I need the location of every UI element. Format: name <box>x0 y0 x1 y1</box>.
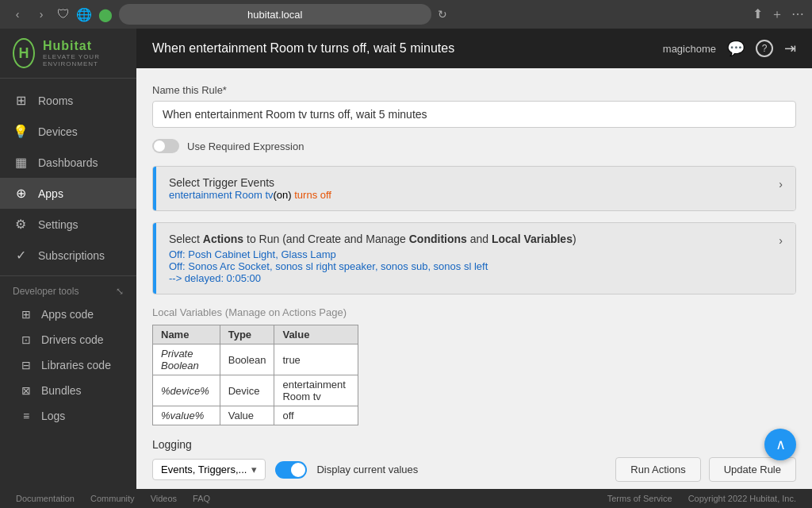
footer-faq-link[interactable]: FAQ <box>193 494 210 503</box>
content-area: Name this Rule* Use Required Expression … <box>136 68 812 489</box>
footer-copyright: Copyright 2022 Hubitat, Inc. <box>688 494 796 503</box>
sidebar-nav: ⊞ Rooms 💡 Devices ▦ Dashboards ⊕ Apps ⚙ … <box>0 79 136 489</box>
username: magichome <box>663 43 716 55</box>
rule-name-label: Name this Rule* <box>152 84 796 96</box>
reload-icon[interactable]: ↻ <box>438 8 447 21</box>
logging-select-value: Events, Triggers,... <box>161 464 247 475</box>
display-current-toggle[interactable] <box>275 461 307 479</box>
footer-community-link[interactable]: Community <box>90 494 135 503</box>
dev-tools-label: Developer tools <box>13 286 79 297</box>
trigger-device-link[interactable]: entertainment Room tv <box>169 189 274 201</box>
table-cell: Boolean <box>220 344 274 375</box>
forward-button[interactable]: › <box>32 5 51 24</box>
actions-panel-chevron-icon[interactable]: › <box>779 233 783 247</box>
local-vars-section: Local Variables (Manage on Actions Page)… <box>152 306 796 425</box>
actions-panel-content: Select Actions to Run (and Create and Ma… <box>169 233 779 284</box>
logout-icon[interactable]: ⇥ <box>784 40 796 57</box>
sidebar-item-apps[interactable]: ⊕ Apps <box>0 178 136 209</box>
logging-row: Events, Triggers,... ▾ Display current v… <box>152 457 796 482</box>
logo-icon: H <box>13 38 35 68</box>
share-icon[interactable]: ⬆ <box>753 6 763 23</box>
subscriptions-icon: ✓ <box>13 248 29 263</box>
dev-tools-expand-icon[interactable]: ⤡ <box>116 286 124 297</box>
required-expression-toggle[interactable] <box>152 139 179 153</box>
run-actions-button[interactable]: Run Actions <box>615 457 700 482</box>
required-expression-label: Use Required Expression <box>187 140 304 152</box>
sidebar-divider <box>0 275 136 276</box>
table-cell: Value <box>220 406 274 425</box>
help-icon[interactable]: ? <box>756 40 773 57</box>
app-container: H Hubitat ELEVATE YOUR ENVIRONMENT ⊞ Roo… <box>0 29 812 489</box>
logs-icon: ≡ <box>19 410 33 422</box>
sidebar-item-logs[interactable]: ≡ Logs <box>0 403 136 429</box>
apps-icon: ⊕ <box>13 186 29 201</box>
dashboards-icon: ▦ <box>13 155 29 170</box>
globe-icon: 🌐 <box>76 7 92 22</box>
more-icon[interactable]: ⋯ <box>791 6 804 23</box>
table-cell: entertainment Room tv <box>274 375 358 406</box>
trigger-panel-header[interactable]: Select Trigger Events entertainment Room… <box>153 167 795 210</box>
sidebar-item-settings[interactable]: ⚙ Settings <box>0 209 136 240</box>
logging-select[interactable]: Events, Triggers,... ▾ <box>152 459 266 480</box>
header-actions: magichome 💬 ? ⇥ <box>663 40 796 57</box>
libraries-code-icon: ⊟ <box>19 359 33 371</box>
display-current-label: Display current values <box>316 464 418 475</box>
logo-tagline: ELEVATE YOUR ENVIRONMENT <box>43 53 124 67</box>
sidebar-item-label: Dashboards <box>38 156 98 169</box>
url-input[interactable] <box>119 4 431 25</box>
trigger-panel-title: Select Trigger Events <box>169 176 779 189</box>
update-rule-button[interactable]: Update Rule <box>709 457 796 482</box>
table-cell: Device <box>220 375 274 406</box>
scroll-top-fab[interactable]: ∧ <box>764 429 796 460</box>
table-cell: %device% <box>153 375 220 406</box>
sidebar-item-apps-code[interactable]: ⊞ Apps code <box>0 302 136 327</box>
footer-videos-link[interactable]: Videos <box>151 494 177 503</box>
chat-icon[interactable]: 💬 <box>727 40 745 57</box>
table-cell: true <box>274 344 358 375</box>
logging-section: Logging Events, Triggers,... ▾ Display c… <box>152 438 796 482</box>
sidebar: H Hubitat ELEVATE YOUR ENVIRONMENT ⊞ Roo… <box>0 29 136 489</box>
table-cell: %value% <box>153 406 220 425</box>
dev-tools-header: Developer tools ⤡ <box>0 281 136 302</box>
sidebar-item-label: Apps <box>38 187 63 200</box>
rule-name-input[interactable] <box>152 101 796 128</box>
footer-documentation-link[interactable]: Documentation <box>16 494 75 503</box>
trigger-panel-subtitle: entertainment Room tv(on) turns off <box>169 189 779 201</box>
sidebar-item-subscriptions[interactable]: ✓ Subscriptions <box>0 240 136 271</box>
devices-icon: 💡 <box>13 124 29 139</box>
col-header-value: Value <box>274 325 358 344</box>
sidebar-item-libraries-code[interactable]: ⊟ Libraries code <box>0 352 136 378</box>
browser-chrome: ‹ › 🛡 🌐 ⬤ ↻ ⬆ ＋ ⋯ <box>0 0 812 29</box>
trigger-panel-content: Select Trigger Events entertainment Room… <box>169 176 779 201</box>
drivers-code-icon: ⊡ <box>19 333 33 346</box>
logo-text: Hubitat ELEVATE YOUR ENVIRONMENT <box>43 39 124 67</box>
footer: Documentation Community Videos FAQ Terms… <box>0 489 812 508</box>
actions-line-2: Off: Sonos Arc Socket, sonos sl right sp… <box>169 260 779 272</box>
sidebar-item-bundles[interactable]: ⊠ Bundles <box>0 378 136 403</box>
page-title: When entertainment Room tv turns off, wa… <box>152 41 454 56</box>
local-vars-table: Name Type Value Private BooleanBooleantr… <box>152 325 358 425</box>
sidebar-item-drivers-code[interactable]: ⊡ Drivers code <box>0 327 136 352</box>
actions-line-3: --> delayed: 0:05:00 <box>169 272 779 284</box>
table-cell: off <box>274 406 358 425</box>
actions-panel-header[interactable]: Select Actions to Run (and Create and Ma… <box>153 223 795 294</box>
required-expression-row: Use Required Expression <box>152 139 796 153</box>
rooms-icon: ⊞ <box>13 93 29 108</box>
logging-title: Logging <box>152 438 796 451</box>
main-header: When entertainment Room tv turns off, wa… <box>136 29 812 68</box>
local-vars-title: Local Variables (Manage on Actions Page) <box>152 306 796 318</box>
footer-terms: Terms of Service <box>607 494 672 503</box>
logging-dropdown-icon[interactable]: ▾ <box>251 464 257 475</box>
table-row: %value%Valueoff <box>153 406 358 425</box>
trigger-panel-chevron-icon[interactable]: › <box>779 176 783 190</box>
security-icon: 🛡 <box>57 7 70 21</box>
sidebar-item-dashboards[interactable]: ▦ Dashboards <box>0 147 136 178</box>
new-tab-icon[interactable]: ＋ <box>771 6 783 23</box>
back-button[interactable]: ‹ <box>8 5 27 24</box>
actions-line-1: Off: Posh Cabinet Light, Glass Lamp <box>169 248 779 260</box>
nav-controls: ‹ › <box>8 5 51 24</box>
trigger-action-text: turns off <box>292 189 331 201</box>
sidebar-item-label: Libraries code <box>41 359 111 371</box>
sidebar-item-devices[interactable]: 💡 Devices <box>0 116 136 147</box>
sidebar-item-rooms[interactable]: ⊞ Rooms <box>0 85 136 116</box>
